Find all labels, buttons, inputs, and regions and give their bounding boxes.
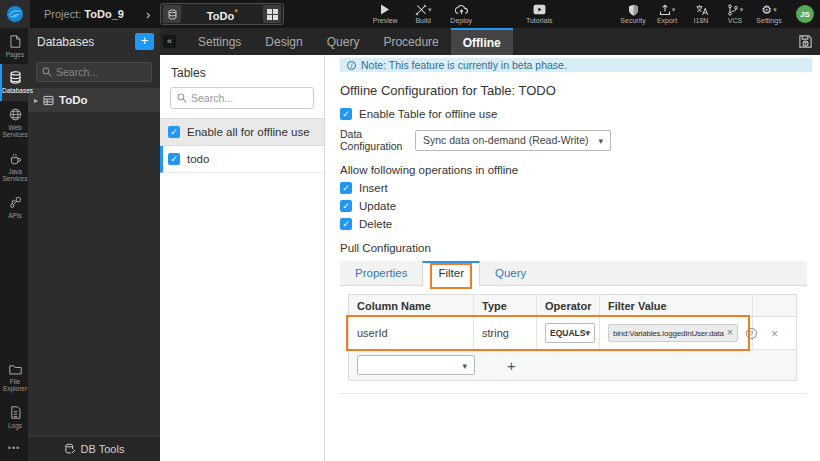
operation-update-row[interactable]: Update [340,200,812,212]
tables-panel: Tables Enable all for offline use todo [160,55,325,461]
header-actions [753,295,796,316]
left-nav-rail: Pages Databases Web Services Java Servic… [0,28,28,461]
data-configuration-select[interactable]: Sync data on-demand (Read-Write) [415,130,611,151]
operator-select[interactable]: EQUALS [545,323,595,343]
delete-checkbox[interactable] [340,218,352,230]
search-icon [177,93,187,103]
filter-value-chip[interactable]: bind:Variables.loggedInUser.data [608,324,738,342]
cloud-upload-icon [455,4,468,16]
collapse-panel-button[interactable]: « [163,35,176,48]
operations-group: Insert Update Delete [340,182,812,230]
unsaved-marker: * [234,7,238,17]
table-row-todo[interactable]: todo [160,146,324,173]
video-icon [533,4,546,15]
expand-arrow-icon[interactable]: ▸ [34,96,38,105]
caret-down-icon: ▾ [773,6,777,14]
caret-down-icon: ▾ [672,6,676,14]
security-button[interactable]: Security [618,0,648,28]
logs-icon [10,406,21,419]
preview-button[interactable]: Preview [370,0,400,28]
tutorials-button[interactable]: Tutorials [524,0,554,28]
topbar-center-actions: Preview ▾ Build Deploy [370,0,476,28]
sidebar-item-pages[interactable]: Pages [0,28,28,64]
filter-table-header: Column Name Type Operator Filter Value [349,295,796,317]
pull-tab-query[interactable]: Query [480,261,541,285]
tab-design[interactable]: Design [253,28,314,55]
pull-configuration-label: Pull Configuration [340,242,812,254]
enable-table-checkbox[interactable] [340,108,352,120]
add-filter-row-button[interactable] [507,358,516,373]
sidebar-item-databases[interactable]: Databases [0,64,28,100]
sidebar-item-web-services[interactable]: Web Services [0,101,28,145]
insert-checkbox[interactable] [340,182,352,194]
shield-icon [628,4,639,16]
databases-panel: Databases + ▸ ToDo DB Tools [28,28,160,461]
clear-value-icon[interactable] [727,328,733,338]
operations-label: Allow following operations in offline [340,164,812,176]
sidebar-item-logs[interactable]: Logs [0,399,28,435]
pull-tab-filter[interactable]: Filter [422,261,480,286]
filter-table-row: userId string EQUALS bind:Variables.logg… [349,317,796,350]
sidebar-item-apis[interactable]: APIs [0,189,28,225]
databases-search-input[interactable] [56,66,146,78]
settings-button[interactable]: ⚙ ▾ Settings [754,0,784,28]
data-configuration-label: Data Configuration [340,128,415,152]
tables-search-input[interactable] [191,92,301,104]
save-icon[interactable] [798,34,813,49]
operation-insert-row[interactable]: Insert [340,182,812,194]
build-tools-icon [415,4,427,16]
offline-config-content: i Note: This feature is currently in bet… [325,55,820,461]
app-tab-todo[interactable]: ToDo* [160,3,284,25]
deploy-button[interactable]: Deploy [446,0,476,28]
grid-icon [267,9,278,20]
enable-all-checkbox[interactable] [168,126,180,138]
export-button[interactable]: ▾ Export [652,0,682,28]
update-checkbox[interactable] [340,200,352,212]
translate-icon [695,4,708,16]
databases-panel-title: Databases [37,35,135,49]
user-avatar[interactable]: JS [796,5,814,23]
folder-icon [9,364,22,375]
tab-procedure[interactable]: Procedure [371,28,450,55]
app-switcher-button[interactable] [263,5,281,23]
search-icon [42,67,52,77]
vcs-button[interactable]: ▾ VCS [720,0,750,28]
sidebar-item-file-explorer[interactable]: File Explorer [0,357,28,399]
more-menu-button[interactable]: ••• [0,435,28,461]
pull-tab-properties[interactable]: Properties [340,261,422,285]
database-item-todo[interactable]: ▸ ToDo [28,88,160,112]
remove-filter-row-button[interactable] [771,326,779,341]
caret-down-icon: ▾ [428,6,432,14]
cell-operator: EQUALS [537,317,600,349]
header-operator: Operator [537,295,600,316]
top-bar: Project: ToDo_9 › ToDo* Preview ▾ Build [0,0,820,28]
filter-table-footer [349,350,796,380]
tab-offline[interactable]: Offline [451,28,513,55]
cell-filter-value: bind:Variables.loggedInUser.data [600,317,753,349]
beta-note-bar: i Note: This feature is currently in bet… [340,58,812,72]
new-column-select[interactable] [357,355,475,375]
coffee-icon [9,152,22,165]
i18n-button[interactable]: I18N [686,0,716,28]
add-database-button[interactable]: + [135,33,154,50]
data-configuration-row: Data Configuration Sync data on-demand (… [340,128,812,152]
enable-all-offline-row[interactable]: Enable all for offline use [160,118,324,146]
app-tab-name: ToDo* [207,7,238,22]
project-label: Project: ToDo_9 [44,8,124,20]
todo-table-checkbox[interactable] [168,153,180,165]
enable-table-offline-row[interactable]: Enable Table for offline use [340,108,812,120]
sidebar-item-java-services[interactable]: Java Services [0,145,28,189]
caret-down-icon [598,134,603,146]
branch-icon [727,4,739,16]
db-tools-button[interactable]: DB Tools [28,436,160,461]
cell-column-name: userId [349,317,474,349]
header-filter-value: Filter Value [600,295,753,316]
api-icon [9,196,22,209]
build-button[interactable]: ▾ Build [408,0,438,28]
tables-search-box [170,87,314,109]
tab-query[interactable]: Query [315,28,372,55]
pages-icon [9,35,21,48]
operation-delete-row[interactable]: Delete [340,218,812,230]
wavemaker-logo[interactable] [0,0,30,28]
tab-settings[interactable]: Settings [186,28,253,55]
